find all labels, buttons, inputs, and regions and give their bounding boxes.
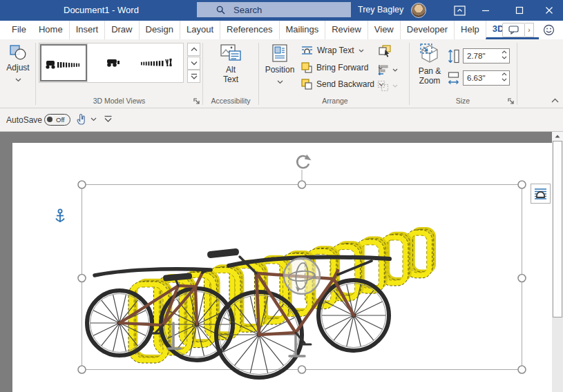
chevron-down-icon: [392, 84, 398, 88]
3d-rotate-gizmo[interactable]: [284, 258, 320, 294]
chevron-down-icon: [15, 78, 21, 82]
window-title: Document1 - Word: [64, 5, 139, 15]
wrap-text-label: Wrap Text: [317, 46, 354, 55]
tab-draw[interactable]: Draw: [104, 21, 138, 39]
adjust-label: Adjust: [3, 63, 33, 72]
touch-mode-chevron-icon[interactable]: [90, 117, 97, 121]
quick-access-toolbar: AutoSave Off: [0, 108, 563, 132]
tab-file[interactable]: File: [6, 21, 32, 39]
autosave-toggle[interactable]: Off: [44, 114, 70, 126]
ribbon-tab-row: File Home Insert Draw Design Layout Refe…: [0, 21, 563, 39]
gallery-scroll-controls: [187, 43, 200, 83]
resize-handle-middle-left[interactable]: [78, 275, 86, 282]
align-button[interactable]: [377, 64, 398, 75]
send-backward-button[interactable]: Send Backward: [301, 79, 384, 90]
tab-references[interactable]: References: [220, 21, 278, 39]
tab-mailings[interactable]: Mailings: [279, 21, 325, 39]
minimize-icon: [481, 6, 490, 14]
spin-up-icon[interactable]: [502, 72, 507, 76]
bring-forward-button[interactable]: Bring Forward: [301, 62, 383, 73]
position-button[interactable]: Position: [263, 43, 297, 95]
tab-help[interactable]: Help: [454, 21, 486, 39]
views-dialog-launcher[interactable]: [193, 97, 201, 106]
account-name[interactable]: Trey Bagley: [358, 5, 403, 14]
bicycle-right-seat: [207, 248, 240, 259]
autosave-label: AutoSave: [6, 115, 42, 125]
resize-handle-bottom-middle[interactable]: [298, 366, 306, 373]
group-objects-icon: [377, 80, 389, 92]
tab-layout[interactable]: Layout: [180, 21, 220, 39]
spin-up-icon[interactable]: [502, 50, 507, 54]
height-spinner[interactable]: 2.78": [463, 48, 510, 63]
accessibility-group-label: Accessibility: [207, 97, 254, 105]
group-separator: [258, 43, 259, 105]
customize-quick-access-button[interactable]: [104, 115, 113, 123]
resize-handle-top-right[interactable]: [518, 181, 526, 188]
avatar[interactable]: [411, 3, 426, 18]
rotation-handle[interactable]: [297, 155, 311, 168]
size-group-label: Size: [428, 97, 497, 105]
position-icon: [272, 44, 287, 62]
title-bar: Document1 - Word Search Trey Bagley: [0, 0, 563, 21]
feedback-smiley-button[interactable]: [543, 24, 555, 39]
maximize-icon: [515, 6, 524, 14]
tab-insert[interactable]: Insert: [69, 21, 105, 39]
views-gallery: [39, 43, 184, 83]
view-thumbnail-2-preview: [88, 44, 135, 81]
width-icon: [448, 71, 459, 86]
bring-forward-icon: [301, 62, 312, 73]
view-thumbnail-1-selected[interactable]: [40, 44, 87, 81]
tab-review[interactable]: Review: [325, 21, 368, 39]
resize-handle-top-middle[interactable]: [298, 181, 306, 188]
alt-text-button[interactable]: Alt Text: [207, 43, 254, 95]
comment-icon: [508, 26, 519, 35]
adjust-button[interactable]: Adjust: [3, 43, 33, 95]
pan-zoom-icon: [419, 43, 440, 63]
group-objects-button-disabled[interactable]: [377, 80, 398, 92]
document-area: [0, 132, 563, 392]
search-icon: [216, 6, 225, 14]
touch-mouse-mode-button[interactable]: [76, 113, 86, 128]
align-icon: [377, 64, 389, 75]
gallery-more-button[interactable]: [187, 70, 200, 83]
bring-forward-label: Bring Forward: [316, 63, 368, 72]
resize-handle-bottom-right[interactable]: [518, 366, 526, 373]
width-spinner[interactable]: 6.63": [463, 70, 510, 86]
anchor-icon: [56, 209, 64, 222]
close-button[interactable]: [535, 0, 563, 21]
pan-zoom-button[interactable]: Pan & Zoom: [413, 43, 446, 95]
view-thumbnail-3[interactable]: [137, 44, 183, 81]
autosave-knob: [47, 117, 53, 122]
tab-developer[interactable]: Developer: [400, 21, 454, 39]
selection-pane-button[interactable]: [379, 45, 392, 61]
spin-down-icon[interactable]: [502, 56, 507, 59]
ribbon-more-button[interactable]: ›: [525, 23, 534, 37]
maximize-button[interactable]: [506, 0, 533, 21]
tab-design[interactable]: Design: [139, 21, 180, 39]
search-box[interactable]: Search: [197, 2, 351, 17]
search-placeholder: Search: [233, 5, 262, 15]
minimize-button[interactable]: [472, 0, 499, 21]
view-thumbnail-1-preview: [41, 46, 86, 80]
size-dialog-launcher[interactable]: [507, 97, 515, 106]
gallery-scroll-down-button[interactable]: [187, 57, 200, 70]
chevron-down-icon: [359, 49, 364, 52]
height-icon: [448, 49, 459, 63]
resize-handle-middle-right[interactable]: [518, 275, 526, 282]
wrap-text-icon: [301, 46, 313, 55]
group-separator: [517, 43, 517, 105]
alt-text-icon: [220, 44, 241, 62]
spin-down-icon[interactable]: [502, 78, 507, 81]
tab-view[interactable]: View: [368, 21, 400, 39]
resize-handle-bottom-left[interactable]: [78, 366, 86, 373]
group-separator: [409, 43, 410, 105]
wrap-text-button[interactable]: Wrap Text: [301, 46, 364, 55]
collapse-ribbon-button[interactable]: [551, 97, 560, 104]
comments-button[interactable]: [502, 23, 525, 37]
tab-home[interactable]: Home: [32, 21, 69, 39]
group-separator: [202, 43, 203, 105]
ribbon-display-options-button[interactable]: [446, 0, 473, 21]
gallery-scroll-up-button[interactable]: [187, 43, 200, 56]
resize-handle-top-left[interactable]: [78, 181, 86, 188]
view-thumbnail-2[interactable]: [88, 44, 135, 81]
